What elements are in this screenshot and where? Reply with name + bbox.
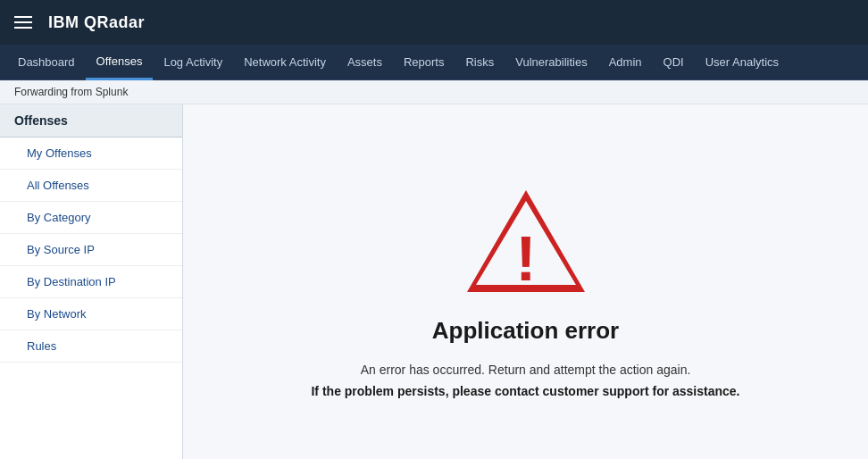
- nav-item-offenses[interactable]: Offenses: [86, 45, 154, 80]
- app-title: IBM QRadar: [48, 13, 145, 32]
- sub-bar-text: Forwarding from Splunk: [14, 86, 128, 98]
- sidebar: Offenses My Offenses All Offenses By Cat…: [0, 104, 183, 459]
- sub-bar: Forwarding from Splunk: [0, 80, 868, 104]
- nav-item-qdi[interactable]: QDI: [653, 45, 695, 80]
- nav-item-admin[interactable]: Admin: [598, 45, 653, 80]
- nav-item-assets[interactable]: Assets: [337, 45, 393, 80]
- sidebar-item-by-destination-ip[interactable]: By Destination IP: [0, 266, 182, 298]
- nav-item-dashboard[interactable]: Dashboard: [7, 45, 86, 80]
- sidebar-title: Offenses: [0, 104, 182, 138]
- sidebar-item-rules[interactable]: Rules: [0, 330, 182, 363]
- main-layout: Offenses My Offenses All Offenses By Cat…: [0, 104, 868, 459]
- sidebar-item-by-category[interactable]: By Category: [0, 202, 182, 234]
- sidebar-item-by-source-ip[interactable]: By Source IP: [0, 234, 182, 266]
- nav-item-network-activity[interactable]: Network Activity: [233, 45, 337, 80]
- nav-item-log-activity[interactable]: Log Activity: [153, 45, 233, 80]
- nav-item-reports[interactable]: Reports: [393, 45, 455, 80]
- nav-menu: Dashboard Offenses Log Activity Network …: [0, 45, 868, 80]
- nav-item-user-analytics[interactable]: User Analytics: [695, 45, 789, 80]
- sidebar-item-my-offenses[interactable]: My Offenses: [0, 138, 182, 170]
- error-title: Application error: [432, 317, 619, 345]
- error-message-2: If the problem persists, please contact …: [311, 384, 739, 398]
- warning-triangle-icon: !: [463, 187, 588, 296]
- sidebar-item-by-network[interactable]: By Network: [0, 298, 182, 330]
- nav-item-risks[interactable]: Risks: [455, 45, 505, 80]
- hamburger-icon[interactable]: [14, 16, 32, 29]
- svg-text:!: !: [515, 224, 536, 294]
- sidebar-item-all-offenses[interactable]: All Offenses: [0, 170, 182, 202]
- error-message-1: An error has occurred. Return and attemp…: [361, 363, 691, 377]
- content-area: ! Application error An error has occurre…: [183, 104, 868, 459]
- error-icon: !: [463, 187, 588, 296]
- nav-item-vulnerabilities[interactable]: Vulnerabilities: [505, 45, 597, 80]
- top-bar: IBM QRadar: [0, 0, 868, 45]
